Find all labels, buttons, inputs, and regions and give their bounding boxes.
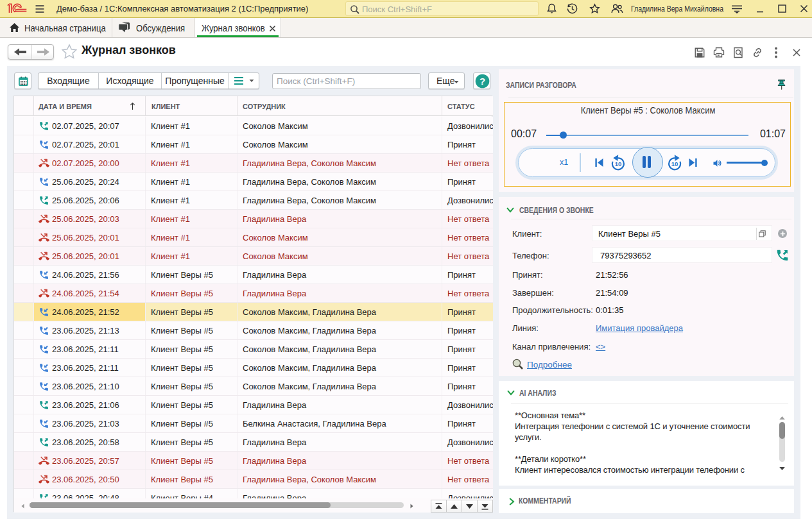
svg-text:10: 10 bbox=[671, 160, 678, 167]
svg-text:10: 10 bbox=[615, 160, 622, 167]
svg-text:?: ? bbox=[479, 76, 485, 87]
